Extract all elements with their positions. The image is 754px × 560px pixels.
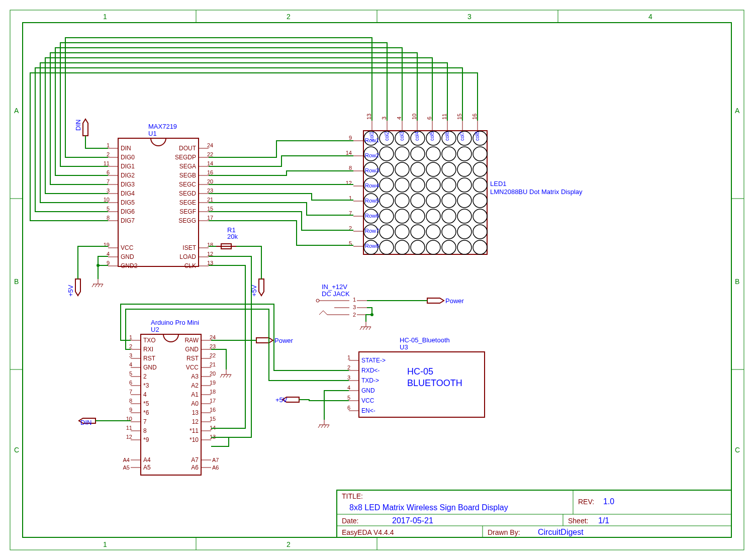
svg-text:A5: A5	[143, 464, 151, 471]
svg-text:2: 2	[287, 13, 291, 21]
svg-text:3: 3	[353, 304, 356, 310]
svg-text:22: 22	[207, 151, 213, 157]
svg-text:19: 19	[210, 380, 216, 386]
svg-text:16: 16	[210, 407, 216, 413]
svg-text:Row6: Row6	[365, 213, 379, 219]
svg-text:DIG7: DIG7	[121, 217, 135, 224]
svg-text:12: 12	[192, 418, 199, 425]
netlabel-5v-bt[interactable]: +5V	[275, 396, 299, 404]
svg-point-265	[473, 194, 487, 208]
svg-point-247	[442, 162, 456, 176]
svg-point-288	[457, 240, 472, 254]
svg-text:23: 23	[207, 188, 213, 194]
svg-text:SEGA: SEGA	[179, 163, 196, 170]
svg-point-261	[411, 194, 425, 208]
svg-text:7: 7	[143, 418, 147, 425]
svg-point-281	[473, 225, 487, 239]
netlabel-din-left[interactable]: DIN	[79, 418, 96, 426]
svg-text:Row5: Row5	[365, 198, 379, 204]
svg-text:18: 18	[207, 242, 213, 248]
svg-text:*11: *11	[190, 427, 199, 434]
svg-text:14: 14	[346, 150, 352, 156]
svg-line-377	[318, 425, 320, 428]
svg-point-285	[411, 240, 425, 254]
svg-text:GND: GND	[185, 346, 199, 353]
netlabel-power-jack[interactable]: Power	[427, 297, 464, 305]
svg-point-263	[442, 194, 456, 208]
svg-line-362	[101, 284, 103, 287]
netlabel-power-raw[interactable]: Power	[256, 337, 294, 344]
svg-point-277	[411, 225, 425, 239]
svg-point-254	[426, 178, 440, 192]
frame-left-labels: A B C	[10, 107, 23, 454]
svg-text:Sheet:: Sheet:	[568, 517, 588, 525]
u3-bluetooth[interactable]: U3 HC-05_Bluetooth HC-05 BLUETOOTH 1STAT…	[347, 336, 485, 417]
svg-point-268	[395, 209, 409, 223]
svg-text:3: 3	[467, 13, 472, 21]
svg-text:C: C	[735, 446, 740, 454]
svg-text:RST: RST	[186, 355, 199, 362]
svg-line-378	[321, 425, 323, 428]
svg-text:A6: A6	[191, 464, 199, 471]
svg-text:7: 7	[129, 389, 132, 395]
svg-text:DC JACK: DC JACK	[322, 290, 350, 298]
u1-max7219[interactable]: U1 MAX7219 1DIN2DIG011DIG16DIG27DIG33DIG…	[104, 123, 214, 269]
svg-text:CLK: CLK	[184, 262, 196, 269]
svg-text:A0: A0	[191, 400, 199, 407]
svg-point-286	[426, 240, 440, 254]
svg-text:A: A	[14, 107, 19, 115]
led1-matrix[interactable]: LED1 LMN2088BU Dot Matrix Display 9Row11…	[346, 114, 583, 254]
led-row-pins: 9Row114Row28Row312Row41Row57Row62Row75Ro…	[346, 135, 379, 249]
svg-text:SEGD: SEGD	[179, 190, 196, 197]
svg-text:DIG6: DIG6	[121, 208, 135, 215]
svg-text:SEGG: SEGG	[178, 217, 196, 224]
svg-text:VCC: VCC	[361, 397, 374, 404]
svg-point-264	[457, 194, 472, 208]
svg-text:12: 12	[126, 434, 132, 440]
svg-point-236	[395, 147, 409, 161]
svg-point-255	[442, 178, 456, 192]
svg-point-260	[395, 194, 409, 208]
dc-jack[interactable]: IN_+12V DC JACK 1 3 2	[316, 283, 367, 318]
svg-text:LOAD: LOAD	[179, 253, 196, 260]
svg-point-251	[380, 178, 394, 192]
svg-text:B: B	[735, 277, 739, 286]
svg-text:4: 4	[129, 361, 132, 367]
svg-text:U1: U1	[148, 130, 157, 137]
r1-resistor[interactable]: R1 20k	[216, 226, 238, 249]
schematic-canvas[interactable]: 1 2 3 4 1 2 A B C A B C TITLE: 8x8 L	[0, 0, 754, 560]
svg-text:8: 8	[143, 427, 147, 434]
svg-text:TITLE:: TITLE:	[342, 492, 363, 500]
svg-text:20k: 20k	[227, 233, 238, 240]
svg-text:*5: *5	[143, 400, 149, 407]
u2-arduino[interactable]: U2 Arduino Pro Mini 1TXO2RXI3RST4GND526*…	[123, 319, 219, 475]
svg-point-382	[370, 313, 373, 316]
svg-text:Row3: Row3	[365, 167, 379, 173]
svg-text:11: 11	[126, 425, 132, 431]
svg-point-287	[442, 240, 456, 254]
svg-text:DIG3: DIG3	[121, 181, 135, 188]
svg-line-359	[92, 284, 94, 287]
svg-text:DIG5: DIG5	[121, 199, 135, 206]
svg-text:3: 3	[129, 352, 132, 358]
svg-line-374	[369, 327, 371, 330]
svg-text:1: 1	[347, 354, 350, 360]
svg-text:*3: *3	[143, 382, 149, 389]
netlabel-5v-iset[interactable]: +5V	[250, 279, 264, 297]
svg-text:col3: col3	[399, 131, 405, 141]
svg-text:DIN: DIN	[80, 419, 91, 426]
netlabel-5v-u1vcc[interactable]: +5V	[67, 279, 80, 297]
svg-text:3: 3	[347, 375, 350, 381]
svg-line-372	[363, 327, 365, 330]
svg-text:24: 24	[210, 334, 216, 340]
svg-text:Power: Power	[274, 337, 294, 344]
svg-point-284	[395, 240, 409, 254]
svg-text:RAW: RAW	[184, 337, 199, 344]
netlabel-din-top[interactable]: DIN	[74, 119, 88, 136]
svg-text:2: 2	[107, 151, 110, 157]
svg-line-366	[223, 375, 225, 378]
svg-point-253	[411, 178, 425, 192]
svg-point-267	[380, 209, 394, 223]
svg-text:DIG4: DIG4	[121, 190, 135, 197]
frame-top-labels: 1 2 3 4	[103, 10, 652, 23]
